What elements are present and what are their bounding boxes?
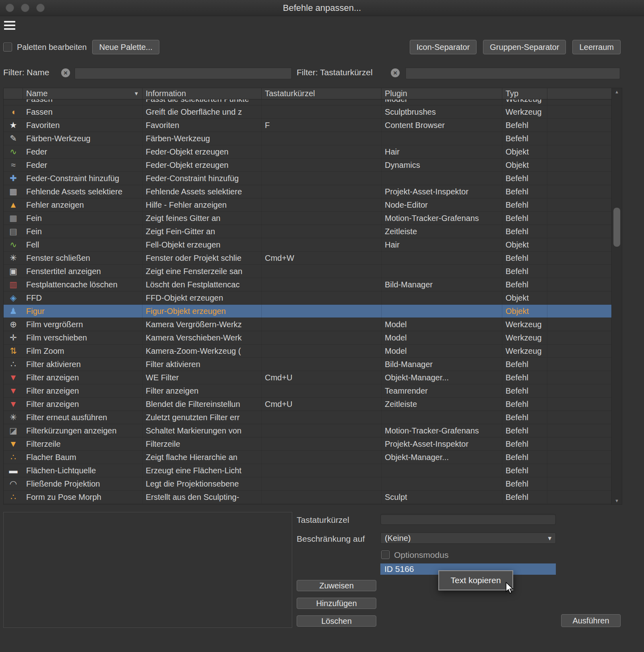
cell-filler xyxy=(547,119,611,132)
execute-button[interactable]: Ausführen xyxy=(561,614,621,627)
cell-plugin: Motion-Tracker-Grafenans xyxy=(382,424,502,437)
table-row[interactable]: ♟ Figur Figur-Objekt erzeugen Objekt xyxy=(4,305,611,318)
column-plugin[interactable]: Plugin xyxy=(382,88,502,99)
disk-cache-icon: ▥ xyxy=(9,278,17,291)
cell-typ: Befehl xyxy=(502,477,547,490)
table-row[interactable]: ◖ Fassen Greift die Oberfläche und z Scu… xyxy=(4,105,611,119)
cell-typ: Befehl xyxy=(502,278,547,291)
table-row[interactable]: ⊕ Film vergrößern Kamera Vergrößern-Werk… xyxy=(4,318,611,331)
cell-typ: Werkzeug xyxy=(502,331,547,344)
delete-button[interactable]: Löschen xyxy=(297,615,376,627)
table-row[interactable]: ★ Favoriten Favoriten F Content Browser … xyxy=(4,119,611,132)
copy-text-menu-item[interactable]: Text kopieren xyxy=(451,576,501,585)
cell-typ: Befehl xyxy=(502,451,547,464)
new-palette-button[interactable]: Neue Palette... xyxy=(92,40,159,54)
space-button[interactable]: Leerraum xyxy=(572,40,621,54)
shortcut-filter-input[interactable] xyxy=(405,67,620,79)
table-row[interactable]: ▼ Filterzeile Filterzeile Projekt-Asset-… xyxy=(4,437,611,451)
sort-descending-icon[interactable]: ▼ xyxy=(134,88,139,99)
table-row[interactable]: ▬ Flächen-Lichtquelle Erzeugt eine Fläch… xyxy=(4,464,611,477)
table-row[interactable]: ▼ Filter anzeigen Filter anzeigen Teamre… xyxy=(4,384,611,398)
cell-shortcut xyxy=(262,105,382,118)
cell-shortcut xyxy=(262,437,382,450)
table-row[interactable]: ▤ Fein Zeigt Fein-Gitter an Zeitleiste B… xyxy=(4,225,611,238)
cell-filler xyxy=(547,437,611,450)
table-row[interactable]: ◪ Filterkürzungen anzeigen Schaltet Mark… xyxy=(4,424,611,437)
cell-shortcut xyxy=(262,278,382,291)
column-icon[interactable] xyxy=(4,88,23,99)
table-row[interactable]: Fassen Fasst die selektierten Punkte Mod… xyxy=(4,99,611,105)
vertical-scrollbar[interactable]: ▲ ▼ xyxy=(611,88,622,504)
group-separator-button[interactable]: Gruppen-Separator xyxy=(483,40,566,54)
cell-name: Form zu Pose Morph xyxy=(23,491,142,503)
scroll-down-icon[interactable]: ▼ xyxy=(612,498,622,503)
table-row[interactable]: ▲ Fehler anzeigen Hilfe - Fehler anzeige… xyxy=(4,198,611,212)
shortcut-assign-input[interactable] xyxy=(380,514,556,525)
cell-typ: Befehl xyxy=(502,437,547,450)
cell-filler xyxy=(547,491,611,503)
column-name[interactable]: Name ▼ xyxy=(23,88,142,99)
cell-plugin: Model xyxy=(382,99,502,105)
cell-plugin xyxy=(382,132,502,145)
cell-plugin: Content Browser xyxy=(382,119,502,132)
cell-filler xyxy=(547,212,611,225)
table-row[interactable]: ◈ FFD FFD-Objekt erzeugen Objekt xyxy=(4,291,611,305)
area-light-icon: ▬ xyxy=(9,464,18,477)
table-row[interactable]: ✎ Färben-Werkzeug Färben-Werkzeug Befehl xyxy=(4,132,611,145)
clear-name-filter-icon[interactable]: ✕ xyxy=(61,68,70,77)
cell-name: Fassen xyxy=(23,105,142,118)
cell-shortcut xyxy=(262,172,382,185)
table-row[interactable]: ∴ Filter aktivieren Filter aktivieren Bi… xyxy=(4,358,611,371)
maximize-window-icon[interactable] xyxy=(36,4,45,12)
add-button[interactable]: Hinzufügen xyxy=(297,598,376,609)
close-window-icon[interactable] xyxy=(6,4,14,12)
table-row[interactable]: ▼ Filter anzeigen Blendet die Filtereins… xyxy=(4,398,611,411)
table-row[interactable]: ✛ Film verschieben Kamera Verschieben-We… xyxy=(4,331,611,345)
cell-information: Fehlende Assets selektiere xyxy=(142,185,262,198)
table-row[interactable]: ∴ Form zu Pose Morph Erstellt aus den Sc… xyxy=(4,491,611,504)
cell-filler xyxy=(547,145,611,158)
cell-filler xyxy=(547,132,611,145)
column-typ[interactable]: Typ xyxy=(502,88,547,99)
cell-information: Kamera Verschieben-Werk xyxy=(142,331,262,344)
table-row[interactable]: ✚ Feder-Constraint hinzufüg Feder-Constr… xyxy=(4,172,611,185)
cell-name: Filterkürzungen anzeigen xyxy=(23,424,142,437)
edit-palettes-checkbox[interactable] xyxy=(3,43,12,52)
table-row[interactable]: ✳ Fenster schließen Fenster oder Projekt… xyxy=(4,252,611,265)
column-information[interactable]: Information xyxy=(142,88,262,99)
cell-information: Zeigt eine Fensterzeile san xyxy=(142,265,262,278)
name-filter-input[interactable] xyxy=(74,67,292,79)
cell-shortcut: F xyxy=(262,119,382,132)
table-row[interactable]: ∴ Flacher Baum Zeigt flache Hierarchie a… xyxy=(4,451,611,464)
table-row[interactable]: ▥ Festplattencache löschen Löscht den Fe… xyxy=(4,278,611,291)
scroll-up-icon[interactable]: ▲ xyxy=(612,89,622,94)
cell-plugin xyxy=(382,252,502,264)
icon-separator-button[interactable]: Icon-Separator xyxy=(410,40,477,54)
table-row[interactable]: ▣ Fenstertitel anzeigen Zeigt eine Fenst… xyxy=(4,265,611,278)
table-row[interactable]: ✳ Filter erneut ausführen Zuletzt genutz… xyxy=(4,411,611,424)
hamburger-menu-icon[interactable] xyxy=(4,20,15,31)
cell-name: Fein xyxy=(23,212,142,225)
column-shortcut[interactable]: Tastaturkürzel xyxy=(262,88,382,99)
table-row[interactable]: ≈ Feder Feder-Objekt erzeugen Dynamics O… xyxy=(4,159,611,172)
table-row[interactable]: ▦ Fein Zeigt feines Gitter an Motion-Tra… xyxy=(4,212,611,225)
table-row[interactable]: ∿ Feder Feder-Objekt erzeugen Hair Objek… xyxy=(4,145,611,159)
options-mode-checkbox[interactable] xyxy=(381,551,390,559)
cell-plugin xyxy=(382,464,502,477)
restriction-label: Beschränkung auf xyxy=(297,534,365,544)
scrollbar-thumb[interactable] xyxy=(613,208,620,247)
assign-button[interactable]: Zuweisen xyxy=(297,580,376,591)
cell-shortcut xyxy=(262,145,382,158)
table-row[interactable]: ▦ Fehlende Assets selektiere Fehlende As… xyxy=(4,185,611,198)
restriction-dropdown[interactable]: (Keine) ▾ xyxy=(380,532,556,544)
table-row[interactable]: ⇅ Film Zoom Kamera-Zoom-Werkzeug ( Model… xyxy=(4,345,611,358)
table-row[interactable]: ◠ Fließende Projektion Legt die Projekti… xyxy=(4,477,611,491)
clear-shortcut-filter-icon[interactable]: ✕ xyxy=(391,68,400,77)
table-row[interactable]: ▼ Filter anzeigen WE Filter Cmd+U Objekt… xyxy=(4,371,611,384)
table-row[interactable]: ∿ Fell Fell-Objekt erzeugen Hair Objekt xyxy=(4,238,611,252)
minimize-window-icon[interactable] xyxy=(21,4,29,12)
spring-constraint-icon: ✚ xyxy=(10,172,17,185)
fur-icon: ∿ xyxy=(10,238,17,251)
cell-filler xyxy=(547,99,611,105)
cell-name: Fehler anzeigen xyxy=(23,198,142,211)
